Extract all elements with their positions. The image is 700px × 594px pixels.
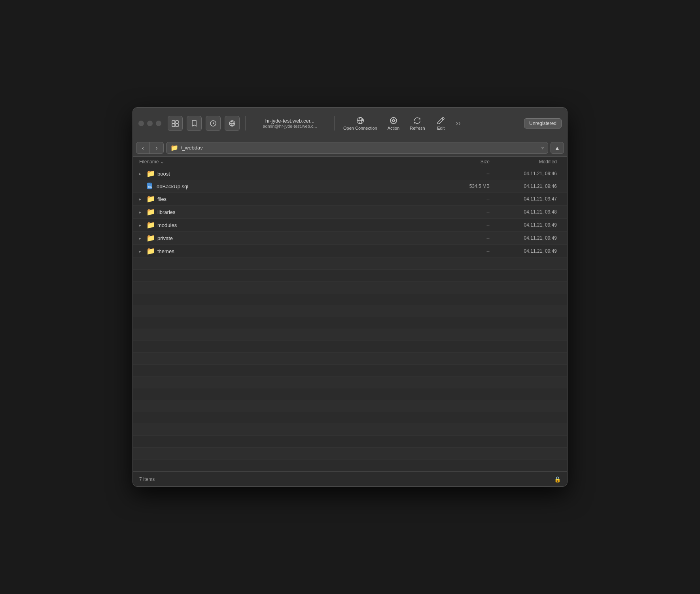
pathbar: ‹ › 📁 /_webdav ▿ ▲ (133, 139, 567, 157)
folder-icon: 📁 (146, 221, 155, 229)
file-modified-label: 04.11.21, 09:49 (490, 235, 561, 241)
folder-icon: 📁 (146, 169, 155, 178)
file-modified-label: 04.11.21, 09:47 (490, 196, 561, 202)
file-size-label: -- (442, 196, 490, 202)
titlebar: hr-jyde-test.web.cer... admin@hr-jyde-te… (133, 108, 567, 139)
more-button[interactable]: ›› (454, 117, 463, 129)
empty-row (133, 353, 567, 365)
file-modified-label: 04.11.21, 09:48 (490, 209, 561, 215)
empty-row (133, 341, 567, 353)
empty-row (133, 329, 567, 341)
table-row[interactable]: ▸ 📁 files -- 04.11.21, 09:47 (133, 193, 567, 206)
expand-arrow-icon[interactable]: ▸ (139, 197, 144, 201)
refresh-button[interactable]: Refresh (407, 115, 428, 132)
empty-row (133, 448, 567, 460)
file-modified-label: 04.11.21, 09:49 (490, 248, 561, 254)
file-row-name: ▸ 📁 modules (139, 221, 442, 229)
action-button[interactable]: Action (384, 115, 403, 132)
expand-arrow-icon[interactable]: ▸ (139, 236, 144, 240)
history-button[interactable] (206, 116, 221, 131)
empty-row (133, 365, 567, 376)
column-size[interactable]: Size (442, 159, 490, 165)
back-button[interactable]: ‹ (136, 142, 150, 153)
file-size-label: 534.5 MB (442, 183, 490, 189)
navigation-buttons: ‹ › (136, 142, 164, 154)
empty-row (133, 412, 567, 424)
minimize-button[interactable] (147, 121, 153, 126)
expand-arrow-icon[interactable]: ▸ (139, 223, 144, 227)
folder-icon: 📁 (146, 208, 155, 216)
separator-1 (245, 116, 246, 131)
file-size-label: -- (442, 235, 490, 241)
expand-arrow-icon[interactable]: ▸ (139, 210, 144, 214)
sql-file-icon: SQL (146, 182, 154, 190)
size-col-label: Size (481, 159, 490, 165)
refresh-label: Refresh (410, 126, 425, 131)
svg-rect-3 (176, 124, 178, 127)
server-info: hr-jyde-test.web.cer... admin@hr-jyde-te… (254, 118, 325, 129)
empty-row (133, 436, 567, 448)
empty-row (133, 317, 567, 329)
empty-row (133, 293, 567, 305)
empty-row (133, 376, 567, 388)
table-row[interactable]: ▸ 📁 boost -- 04.11.21, 09:46 (133, 167, 567, 180)
svg-rect-2 (172, 124, 175, 127)
maximize-button[interactable] (156, 121, 161, 126)
file-name-label: modules (157, 222, 177, 228)
file-size-label: -- (442, 222, 490, 228)
path-dropdown-arrow[interactable]: ▿ (541, 145, 544, 151)
file-row-name: SQL dbBackUp.sql (139, 182, 442, 190)
file-row-name: ▸ 📁 boost (139, 169, 442, 178)
table-row[interactable]: SQL dbBackUp.sql 534.5 MB 04.11.21, 09:4… (133, 180, 567, 193)
column-modified[interactable]: Modified (490, 159, 561, 165)
unregistered-button[interactable]: Unregistered (524, 118, 562, 129)
file-row-name: ▸ 📁 themes (139, 247, 442, 255)
sort-arrow: ⌄ (160, 159, 164, 165)
empty-row (133, 270, 567, 282)
file-modified-label: 04.11.21, 09:46 (490, 183, 561, 189)
file-row-name: ▸ 📁 private (139, 234, 442, 242)
path-text: /_webdav (181, 145, 203, 151)
main-window: hr-jyde-test.web.cer... admin@hr-jyde-te… (132, 107, 568, 487)
file-row-name: ▸ 📁 libraries (139, 208, 442, 216)
statusbar: 7 Items 🔒 (133, 471, 567, 486)
folder-icon: 📁 (146, 234, 155, 242)
path-display[interactable]: 📁 /_webdav ▿ (166, 142, 548, 154)
edit-label: Edit (437, 126, 445, 131)
column-filename[interactable]: Filename ⌄ (139, 159, 442, 165)
action-label: Action (388, 126, 400, 131)
close-button[interactable] (138, 121, 144, 126)
items-count-label: 7 Items (139, 477, 155, 482)
file-name-label: themes (157, 248, 174, 254)
table-row[interactable]: ▸ 📁 modules -- 04.11.21, 09:49 (133, 219, 567, 232)
bookmark-button[interactable] (187, 116, 202, 131)
file-name-label: libraries (157, 209, 176, 215)
table-row[interactable]: ▸ 📁 themes -- 04.11.21, 09:49 (133, 245, 567, 258)
table-row[interactable]: ▸ 📁 private -- 04.11.21, 09:49 (133, 232, 567, 245)
expand-arrow-icon[interactable]: ▸ (139, 249, 144, 253)
forward-button[interactable]: › (150, 142, 163, 153)
filename-col-label: Filename (139, 159, 159, 165)
empty-row (133, 258, 567, 270)
svg-point-8 (392, 119, 395, 122)
table-row[interactable]: ▸ 📁 libraries -- 04.11.21, 09:48 (133, 206, 567, 219)
file-size-label: -- (442, 171, 490, 176)
open-connection-button[interactable]: Open Connection (340, 115, 380, 132)
network-button[interactable] (225, 116, 240, 131)
file-size-label: -- (442, 248, 490, 254)
edit-button[interactable]: Edit (432, 115, 450, 132)
file-row-name: ▸ 📁 files (139, 195, 442, 203)
view-toggle-button[interactable] (168, 116, 183, 131)
open-connection-label: Open Connection (343, 126, 377, 131)
folder-icon: 📁 (146, 247, 155, 255)
empty-row (133, 400, 567, 412)
go-up-button[interactable]: ▲ (551, 142, 564, 154)
modified-col-label: Modified (539, 159, 557, 165)
lock-icon: 🔒 (554, 476, 561, 482)
path-folder-icon: 📁 (170, 144, 178, 151)
empty-row (133, 460, 567, 471)
username-label: admin@hr-jyde-test.web.c... (263, 124, 317, 129)
expand-arrow-icon[interactable]: ▸ (139, 172, 144, 176)
svg-rect-10 (150, 183, 152, 184)
file-name-label: boost (157, 171, 170, 177)
